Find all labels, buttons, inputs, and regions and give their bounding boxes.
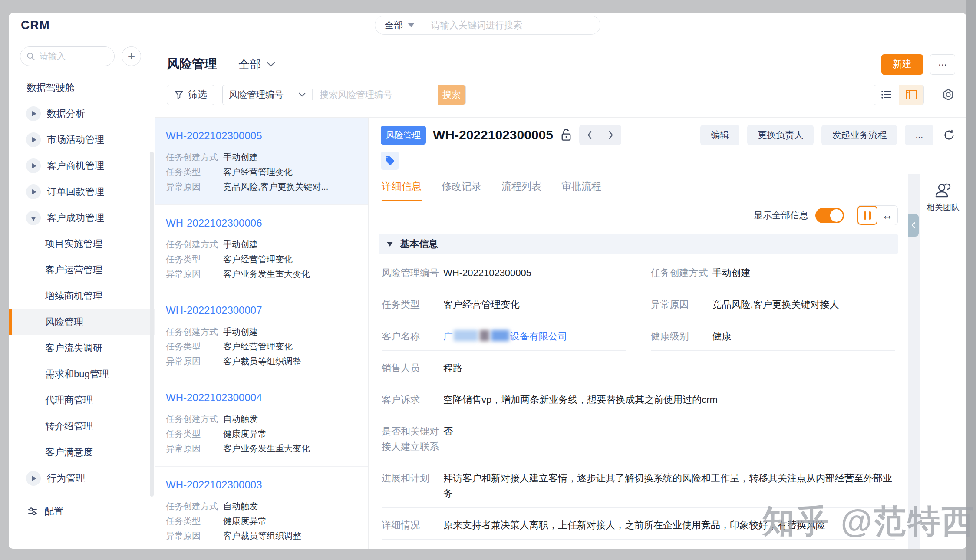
list-item[interactable]: WH-2022102300004 任务创建方式自动触发 任务类型健康度异常 异常… <box>155 379 368 467</box>
collapse-handle[interactable] <box>908 214 919 237</box>
detail-body: 详细信息 修改记录 流程列表 审批流程 显示全部信息 <box>369 174 966 549</box>
refresh-button[interactable] <box>943 129 955 141</box>
sidebar-item-referral[interactable]: 转介绍管理 <box>9 413 155 439</box>
detail-more-button[interactable]: ... <box>905 125 933 145</box>
field-value: 拜访客户和新对接人建立客情，逐步让其了解切换系统的风险和工作量，转移其关注点从内… <box>443 471 895 501</box>
sidebar-item-config[interactable]: 配置 <box>9 498 155 524</box>
card-field-value: 自动触发 <box>223 499 258 514</box>
filter-row: 筛选 风险管理编号 搜索 <box>167 84 955 105</box>
sidebar-item-requirement-bug[interactable]: 需求和bug管理 <box>9 361 155 387</box>
sidebar-item-customer-ops[interactable]: 客户运营管理 <box>9 257 155 283</box>
field-value: 程路 <box>443 360 626 376</box>
main-area: 风险管理 全部 新建 ... 筛选 风险管理编号 <box>155 38 966 549</box>
sidebar-item-customer-success[interactable]: 客户成功管理 <box>9 205 155 231</box>
card-field-label: 异常原因 <box>166 267 223 281</box>
content: WH-2022102300005 任务创建方式手动创建 任务类型客户经营管理变化… <box>155 117 966 549</box>
tag-icon <box>385 155 395 166</box>
global-search-input[interactable] <box>430 20 590 31</box>
show-all-toggle[interactable] <box>815 208 844 223</box>
list-view-button[interactable] <box>874 85 899 105</box>
field-value: 手动创建 <box>712 265 896 280</box>
add-button[interactable]: + <box>122 46 141 66</box>
sidebar-item-satisfaction[interactable]: 客户满意度 <box>9 439 155 465</box>
sliders-icon <box>27 506 38 517</box>
list-item[interactable]: WH-2022102300007 任务创建方式手动创建 任务类型客户经营管理变化… <box>155 292 368 379</box>
next-record-button[interactable] <box>600 125 621 145</box>
sidebar-item-behavior[interactable]: 行为管理 <box>9 465 155 491</box>
unlock-icon[interactable] <box>560 128 572 142</box>
record-title: WH-2022102300005 <box>433 128 553 142</box>
chevron-right-icon <box>26 471 41 486</box>
tab-change-log[interactable]: 修改记录 <box>442 180 481 201</box>
sidebar-search[interactable] <box>20 46 115 66</box>
sidebar-item-order-payment[interactable]: 订单回款管理 <box>9 179 155 205</box>
sidebar-item-label: 客户成功管理 <box>47 211 104 224</box>
customer-name-link[interactable]: 广设备有限公司 <box>443 329 626 344</box>
tag-button[interactable] <box>381 152 399 170</box>
sidebar-item-dashboard[interactable]: 数据驾驶舱 <box>9 75 155 101</box>
horizontal-arrows-icon: ↔ <box>882 209 893 222</box>
filter-button-label: 筛选 <box>188 88 207 101</box>
related-team-button[interactable]: 相关团队 <box>920 174 966 213</box>
start-flow-button[interactable]: 发起业务流程 <box>821 125 897 145</box>
caret-down-icon <box>387 242 393 247</box>
sidebar-item-project-impl[interactable]: 项目实施管理 <box>9 231 155 257</box>
sidebar-scrollbar[interactable] <box>150 152 154 497</box>
field-task-type: 任务类型 客户经营管理变化 <box>382 297 626 319</box>
search-field-dropdown[interactable]: 风险管理编号 <box>223 89 312 101</box>
settings-gear-button[interactable] <box>941 88 955 102</box>
watermark: 知乎 @范特西 <box>762 500 976 544</box>
tab-detail-info[interactable]: 详细信息 <box>382 180 422 201</box>
risk-search-input[interactable] <box>313 85 438 105</box>
edit-button[interactable]: 编辑 <box>700 125 739 145</box>
field-label: 风险管理编号 <box>382 265 443 280</box>
section-basic-info[interactable]: 基本信息 <box>379 234 898 254</box>
expand-button[interactable]: ↔ <box>877 206 897 225</box>
card-field-label: 任务类型 <box>166 426 223 441</box>
sidebar-item-churn-research[interactable]: 客户流失调研 <box>9 335 155 361</box>
sidebar-item-renewal[interactable]: 增续商机管理 <box>9 283 155 309</box>
view-scope-label: 全部 <box>238 57 261 72</box>
panel-gutter <box>908 174 920 549</box>
field-label: 任务创建方式 <box>651 265 712 280</box>
sidebar-item-data-analysis[interactable]: 数据分析 <box>9 101 155 127</box>
risk-id-link[interactable]: WH-2022102300005 <box>166 130 358 142</box>
sidebar-item-opportunity[interactable]: 客户商机管理 <box>9 153 155 179</box>
prev-record-button[interactable] <box>579 125 600 145</box>
related-team-label: 相关团队 <box>927 202 960 213</box>
field-label: 任务类型 <box>382 297 443 312</box>
tab-flow-list[interactable]: 流程列表 <box>501 180 541 201</box>
related-team-panel: 相关团队 <box>920 174 966 549</box>
sidebar-item-risk-management[interactable]: 风险管理 <box>9 309 155 335</box>
sidebar-item-label: 项目实施管理 <box>45 237 102 250</box>
header-more-button[interactable]: ... <box>930 54 955 75</box>
search-button[interactable]: 搜索 <box>438 85 465 105</box>
tab-approval-flow[interactable]: 审批流程 <box>561 180 601 201</box>
filter-button[interactable]: 筛选 <box>167 85 214 105</box>
card-field-label: 任务创建方式 <box>166 150 223 165</box>
list-item[interactable]: WH-2022102300005 任务创建方式手动创建 任务类型客户经营管理变化… <box>155 118 368 205</box>
chevron-right-icon <box>607 130 614 140</box>
sidebar-search-input[interactable] <box>39 51 112 62</box>
global-search[interactable]: 全部 <box>375 16 600 35</box>
new-button[interactable]: 新建 <box>881 54 923 75</box>
card-field-label: 任务类型 <box>166 339 223 354</box>
split-view-button[interactable] <box>899 85 923 105</box>
risk-id-link[interactable]: WH-2022102300007 <box>166 304 358 316</box>
list-item[interactable]: WH-2022102300006 任务创建方式手动创建 任务类型客户经营管理变化… <box>155 205 368 292</box>
pause-button[interactable] <box>857 206 877 225</box>
risk-id-link[interactable]: WH-2022102300003 <box>166 479 358 491</box>
layout-controls: ↔ <box>857 205 898 225</box>
card-field-label: 任务创建方式 <box>166 499 223 514</box>
list-item[interactable]: WH-2022102300003 任务创建方式自动触发 任务类型健康度异常 异常… <box>155 467 368 549</box>
global-search-scope-dropdown[interactable]: 全部 <box>385 19 414 31</box>
card-field-label: 任务类型 <box>166 514 223 528</box>
card-field-label: 异常原因 <box>166 179 223 194</box>
risk-id-link[interactable]: WH-2022102300004 <box>166 392 358 404</box>
sidebar-item-agent[interactable]: 代理商管理 <box>9 387 155 413</box>
sidebar-item-marketing[interactable]: 市场活动管理 <box>9 127 155 153</box>
view-scope-dropdown[interactable]: 全部 <box>238 57 276 72</box>
field-health-level: 健康级别 健康 <box>651 329 896 351</box>
change-owner-button[interactable]: 更换负责人 <box>747 125 814 145</box>
risk-id-link[interactable]: WH-2022102300006 <box>166 217 358 229</box>
